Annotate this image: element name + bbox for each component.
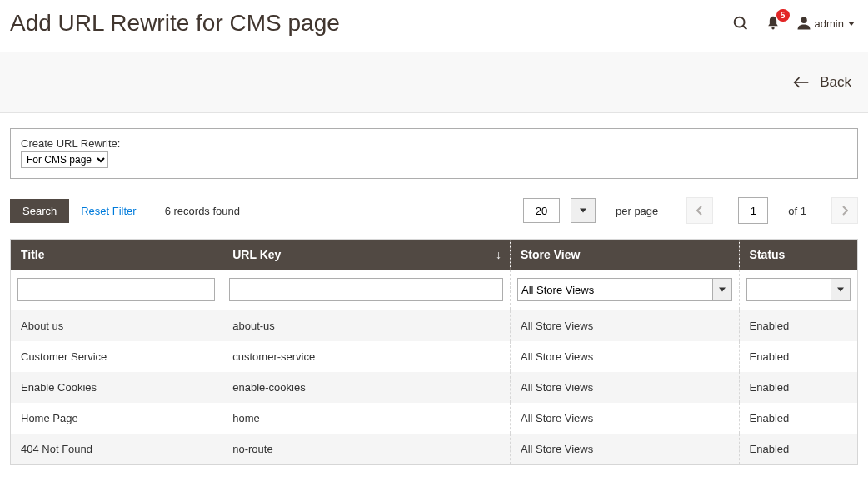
chevron-down-icon	[848, 22, 855, 26]
cell-title: Home Page	[11, 403, 222, 434]
col-header-store-view[interactable]: Store View	[511, 240, 740, 270]
table-row[interactable]: Enable Cookiesenable-cookiesAll Store Vi…	[11, 372, 858, 403]
table-row[interactable]: Home PagehomeAll Store ViewsEnabled	[11, 403, 858, 434]
back-button[interactable]: Back	[793, 74, 851, 91]
notification-badge: 5	[776, 9, 790, 22]
notifications-icon[interactable]: 5	[765, 15, 781, 32]
table-row[interactable]: 404 Not Foundno-routeAll Store ViewsEnab…	[11, 434, 858, 465]
records-found: 6 records found	[165, 205, 240, 217]
search-icon[interactable]	[731, 14, 750, 32]
svg-point-0	[734, 17, 744, 27]
filter-storeview-select[interactable]: All Store Views	[517, 278, 732, 301]
col-header-title[interactable]: Title	[11, 240, 222, 270]
cell-status: Enabled	[739, 341, 857, 372]
per-page-dropdown[interactable]	[571, 198, 596, 223]
svg-line-1	[743, 26, 746, 29]
next-page-button[interactable]	[831, 197, 858, 224]
page-total-label: of 1	[788, 205, 806, 217]
cell-status: Enabled	[739, 434, 857, 465]
cell-url-key: no-route	[222, 434, 511, 465]
cell-store-view: All Store Views	[511, 403, 740, 434]
cell-url-key: enable-cookies	[222, 372, 511, 403]
per-page-input[interactable]	[523, 198, 560, 223]
filter-status-select[interactable]	[746, 278, 851, 301]
back-button-label: Back	[820, 74, 851, 91]
col-header-url-key[interactable]: URL Key↓	[222, 240, 511, 270]
page-title: Add URL Rewrite for CMS page	[10, 10, 731, 37]
table-row[interactable]: Customer Servicecustomer-serviceAll Stor…	[11, 341, 858, 372]
cell-status: Enabled	[739, 310, 857, 342]
table-row[interactable]: About usabout-usAll Store ViewsEnabled	[11, 310, 858, 342]
col-header-status[interactable]: Status	[739, 240, 857, 270]
filter-urlkey-input[interactable]	[229, 278, 503, 301]
sort-desc-icon: ↓	[496, 248, 501, 261]
cell-title: About us	[11, 310, 222, 342]
reset-filter-link[interactable]: Reset Filter	[81, 205, 136, 217]
cell-store-view: All Store Views	[511, 310, 740, 342]
create-type-select[interactable]: For CMS page	[21, 151, 108, 168]
cell-status: Enabled	[739, 403, 857, 434]
cell-status: Enabled	[739, 372, 857, 403]
create-label: Create URL Rewrite:	[21, 137, 847, 150]
search-button[interactable]: Search	[10, 199, 69, 223]
cell-url-key: home	[222, 403, 511, 434]
cell-title: 404 Not Found	[11, 434, 222, 465]
cell-title: Enable Cookies	[11, 372, 222, 403]
filter-title-input[interactable]	[17, 278, 215, 301]
create-url-rewrite-box: Create URL Rewrite: For CMS page	[10, 128, 858, 179]
prev-page-button[interactable]	[686, 197, 713, 224]
cell-store-view: All Store Views	[511, 372, 740, 403]
svg-point-3	[801, 17, 807, 24]
cell-store-view: All Store Views	[511, 341, 740, 372]
per-page-label: per page	[616, 205, 658, 217]
cell-url-key: about-us	[222, 310, 511, 342]
cell-store-view: All Store Views	[511, 434, 740, 465]
svg-point-2	[771, 27, 774, 29]
cell-title: Customer Service	[11, 341, 222, 372]
cell-url-key: customer-service	[222, 341, 511, 372]
admin-menu[interactable]: admin	[796, 16, 855, 31]
admin-label: admin	[815, 17, 844, 30]
page-input[interactable]	[738, 197, 768, 224]
cms-page-table: Title URL Key↓ Store View Status All Sto…	[10, 239, 858, 465]
